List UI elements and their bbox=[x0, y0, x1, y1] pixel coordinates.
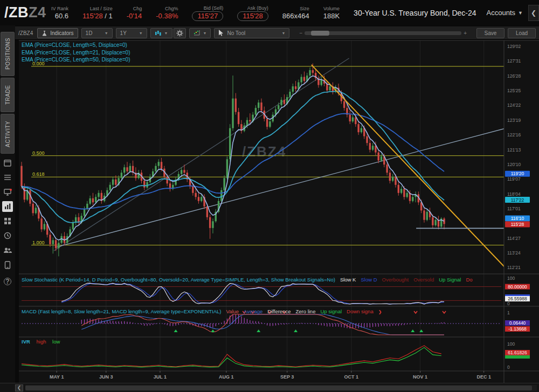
macd-histogram-bar bbox=[153, 324, 153, 325]
macd-histogram-bar bbox=[212, 324, 213, 327]
macd-value-badge-label: 0.06440 bbox=[509, 320, 526, 326]
stochastic-header[interactable]: Slow Stochastic (K Period=14, D Period=9… bbox=[22, 277, 473, 283]
zoom-slider-track[interactable] bbox=[305, 31, 461, 35]
macd-histogram-bar bbox=[218, 324, 219, 325]
macd-histogram-bar bbox=[284, 324, 285, 325]
macd-histogram-bar bbox=[330, 324, 330, 327]
history-clock-icon[interactable] bbox=[2, 230, 13, 241]
help-icon[interactable]: ? bbox=[2, 276, 13, 287]
zoom-in-icon[interactable]: + bbox=[464, 30, 467, 36]
active-tool-dropdown[interactable]: No Tool ▼ bbox=[214, 28, 289, 38]
grid-icon[interactable] bbox=[2, 216, 13, 226]
price-axis-label: 122'16 bbox=[507, 132, 521, 137]
horizontal-scrollbar[interactable]: ❮ bbox=[0, 383, 539, 392]
collapse-panel-button[interactable]: ❮ bbox=[528, 5, 539, 21]
scrollbar-track[interactable] bbox=[25, 385, 537, 391]
candle-body bbox=[232, 99, 233, 128]
calendar-icon[interactable] bbox=[2, 157, 13, 168]
candle-body bbox=[423, 210, 425, 220]
candle-body bbox=[406, 193, 407, 197]
sidebar-tab-trade[interactable]: TRADE bbox=[1, 78, 15, 112]
macd-histogram-bar bbox=[321, 324, 322, 325]
macd-histogram-bar bbox=[404, 324, 404, 325]
device-icon[interactable] bbox=[2, 259, 13, 270]
macd-histogram-bar bbox=[398, 324, 399, 326]
quote-field-chg: Chg-0'14 bbox=[127, 5, 142, 20]
field-value: 60.6 bbox=[55, 12, 68, 20]
macd-histogram-bar bbox=[184, 324, 184, 324]
price-axis-label: 113'24 bbox=[507, 250, 521, 256]
time-axis-label: JUN 3 bbox=[99, 374, 113, 380]
quote-field-bid-sell-[interactable]: Bid (Sell)115'27 bbox=[192, 5, 223, 21]
macd-histogram-bar bbox=[130, 322, 130, 324]
ema-legend: EMA (Price=CLOSE, Length=5, Displace=0) … bbox=[22, 42, 130, 64]
list-icon[interactable] bbox=[2, 172, 13, 183]
sidebar-tab-positions[interactable]: POSITIONS bbox=[1, 32, 15, 76]
macd-histogram-bar bbox=[155, 324, 156, 324]
indicators-button[interactable]: Indicators bbox=[37, 28, 78, 38]
people-icon[interactable] bbox=[2, 245, 13, 256]
macd-histogram-bar bbox=[241, 317, 241, 324]
candle-body bbox=[400, 189, 402, 193]
chart-type-dropdown[interactable]: ▼ bbox=[150, 28, 172, 38]
accounts-label: Accounts bbox=[487, 9, 515, 17]
macd-histogram-bar bbox=[107, 321, 107, 324]
quote-field-ask-buy-[interactable]: Ask (Buy)115'28 bbox=[237, 5, 268, 21]
charts-icon[interactable] bbox=[2, 201, 13, 212]
macd-histogram-bar bbox=[167, 324, 168, 325]
time-axis-label: MAY 1 bbox=[50, 374, 64, 380]
candle-body bbox=[115, 180, 116, 185]
macd-histogram-bar bbox=[418, 323, 419, 324]
accounts-dropdown[interactable]: Accounts▼ bbox=[487, 9, 523, 17]
scroll-left-icon[interactable]: ❮ bbox=[15, 384, 23, 391]
stoch-axis-top: 100 bbox=[507, 276, 515, 281]
candle-body bbox=[220, 190, 222, 201]
candle-body bbox=[95, 197, 96, 202]
macd-histogram-bar bbox=[115, 321, 116, 324]
macd-histogram-bar bbox=[415, 323, 416, 324]
macd-histogram-bar bbox=[401, 324, 402, 325]
candle-body bbox=[121, 173, 122, 178]
timeframe-dropdown[interactable]: 1D▼ bbox=[81, 28, 113, 38]
timeframe-value: 1D bbox=[86, 30, 93, 36]
sidebar-tab-activity[interactable]: ACTIVITY bbox=[1, 114, 15, 154]
macd-histogram-bar bbox=[258, 321, 259, 324]
zoom-out-icon[interactable]: − bbox=[299, 30, 302, 36]
legend-item-up-signal: Up Signal bbox=[439, 277, 461, 283]
macd-histogram-bar bbox=[364, 324, 364, 327]
macd-histogram-bar bbox=[187, 324, 188, 324]
chevron-down-icon[interactable]: ❯ bbox=[378, 310, 382, 314]
drawing-set-dropdown[interactable]: ▼ bbox=[189, 28, 211, 38]
macd-histogram-bar bbox=[133, 322, 133, 324]
monitor-icon[interactable] bbox=[2, 187, 13, 197]
price-badge-label: 116'10 bbox=[511, 216, 524, 221]
symbol-month: Z4 bbox=[29, 4, 46, 20]
macd-histogram-bar bbox=[444, 322, 444, 324]
macd-header[interactable]: MACD (Fast length=8, Slow length=21, MAC… bbox=[22, 308, 382, 314]
time-axis-label: JUL 1 bbox=[154, 374, 167, 380]
macd-histogram-bar bbox=[386, 324, 387, 326]
ema21-legend[interactable]: EMA (Price=CLOSE, Length=21, Displace=0) bbox=[22, 49, 130, 57]
zoom-slider-thumb[interactable] bbox=[311, 31, 329, 36]
zoom-slider[interactable]: − + bbox=[299, 30, 467, 36]
macd-histogram-bar bbox=[275, 324, 276, 326]
ema5-legend[interactable]: EMA (Price=CLOSE, Length=5, Displace=0) bbox=[22, 42, 130, 49]
load-button[interactable]: Load bbox=[508, 28, 536, 38]
candle-body bbox=[143, 181, 145, 188]
range-dropdown[interactable]: 1Y▼ bbox=[116, 28, 147, 38]
macd-histogram-bar bbox=[238, 314, 239, 324]
price-axis-label: 118'04 bbox=[507, 191, 521, 197]
macd-histogram-bar bbox=[298, 323, 299, 324]
ema50-legend[interactable]: EMA (Price=CLOSE, Length=50, Displace=0) bbox=[22, 56, 130, 64]
candle-body bbox=[329, 86, 330, 91]
candle-body bbox=[309, 70, 310, 75]
macd-histogram-bar bbox=[150, 324, 150, 326]
macd-histogram-bar bbox=[307, 323, 307, 324]
save-button[interactable]: Save bbox=[476, 28, 505, 38]
quote-field-chg-: Chg%-0.38% bbox=[156, 5, 178, 20]
scrollbar-thumb[interactable] bbox=[25, 386, 532, 390]
macd-histogram-bar bbox=[181, 324, 182, 324]
ivr-high-badge-label: 61.61826 bbox=[508, 350, 527, 355]
ivr-header[interactable]: IVR high low bbox=[22, 339, 60, 345]
chart-settings-button[interactable] bbox=[174, 28, 186, 38]
